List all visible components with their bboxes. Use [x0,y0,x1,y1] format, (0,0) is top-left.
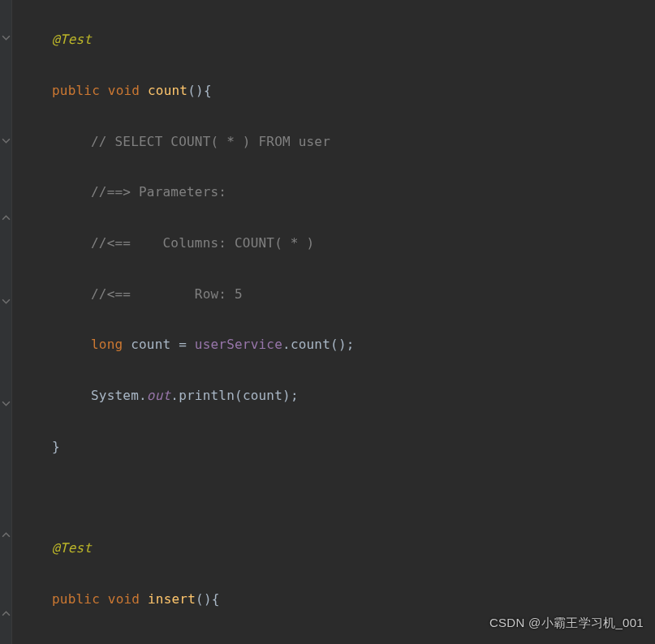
comment: // SELECT COUNT( * ) FROM user [91,134,330,149]
method-name: count [148,83,187,98]
fold-icon[interactable] [2,297,11,306]
fold-icon[interactable] [2,530,11,539]
annotation: @Test [52,32,92,47]
fold-icon[interactable] [2,609,11,618]
field-ref: userService [195,337,282,352]
comment: //<== Row: 5 [91,286,243,302]
fold-icon[interactable] [2,213,11,222]
kw-long: long [91,337,123,352]
static-field: out [147,388,171,403]
code-editor[interactable]: @Test public void count(){ // SELECT COU… [0,0,655,644]
editor-gutter [0,0,12,644]
annotation: @Test [52,540,92,556]
fold-icon[interactable] [2,399,11,408]
comment: //<== Columns: COUNT( * ) [91,235,314,251]
fold-icon[interactable] [2,136,11,145]
kw-public: public [52,83,100,98]
method-name: insert [148,591,196,607]
comment: //==> Parameters: [91,184,226,200]
fold-icon[interactable] [2,33,11,42]
watermark: CSDN @小霸王学习机_001 [489,611,644,634]
kw-void: void [108,83,140,98]
